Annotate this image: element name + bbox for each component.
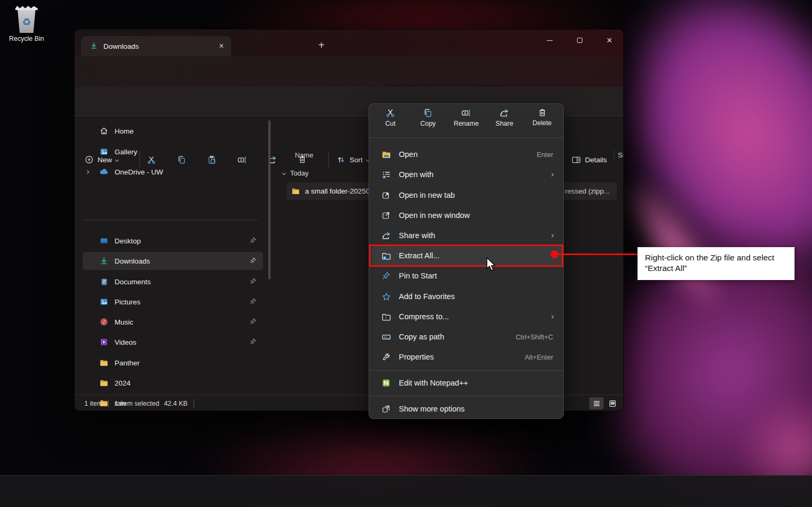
mouse-cursor [486, 257, 497, 272]
submenu-chevron-icon [550, 172, 554, 176]
folder-icon [98, 358, 110, 368]
menu-item-label: Open [399, 150, 417, 159]
menu-item-label: Compress to... [399, 312, 449, 321]
menu-item-copy-as-path[interactable]: Copy as path Ctrl+Shift+C [372, 327, 562, 347]
share-with-icon [380, 231, 392, 241]
file-name: a small folder-20250 [305, 187, 370, 195]
pin-icon [249, 338, 257, 347]
selection-count: 1 item selected [115, 400, 159, 407]
submenu-chevron-icon [550, 314, 554, 318]
svg-text:♪: ♪ [102, 319, 106, 325]
details-view-icon [592, 399, 601, 408]
pin-icon [249, 237, 257, 246]
menu-item-label: Add to Favorites [399, 292, 455, 301]
open-new-window-icon [380, 211, 392, 220]
sidebar-item-music[interactable]: ♪ Music [83, 313, 263, 331]
sidebar-item-documents[interactable]: Documents [83, 273, 263, 291]
thumbnail-view-toggle[interactable] [605, 397, 619, 409]
sidebar-item-pictures[interactable]: Pictures [83, 293, 263, 311]
menu-item-label: Share with [399, 231, 435, 240]
group-label: Today [290, 169, 309, 177]
delete-icon [537, 108, 547, 118]
share-icon [499, 108, 510, 118]
sidebar-label: Gallery [115, 148, 137, 156]
expand-chevron-icon[interactable] [85, 170, 89, 173]
menu-item-open-in-new-tab[interactable]: Open in new tab [372, 185, 562, 205]
annotation-text: Right-click on the Zip file and select “… [645, 253, 774, 273]
desktop-icon [98, 236, 110, 246]
sidebar-label: Music [115, 318, 133, 326]
annotation-highlight-rect [369, 244, 563, 267]
recycle-bin-label: Recycle Bin [5, 35, 48, 42]
copy-as-path-icon [380, 332, 392, 342]
svg-text:A: A [464, 111, 467, 115]
maximize-button[interactable] [567, 30, 592, 51]
menu-item-label: Open in new tab [399, 191, 455, 199]
menu-item-label: Show more options [399, 405, 465, 413]
menu-item-compress-to[interactable]: Compress to... [372, 307, 562, 327]
menu-item-label: Properties [399, 353, 434, 361]
sidebar-label: Home [115, 127, 134, 135]
sidebar-label: 2024 [115, 379, 130, 387]
sidebar-item-downloads[interactable]: Downloads [83, 252, 263, 270]
pin-icon [380, 271, 392, 281]
share-quick-action[interactable]: Share [487, 108, 521, 136]
details-view-toggle[interactable] [589, 397, 604, 409]
selection-size: 42.4 KB [164, 400, 187, 407]
downloads-tab-icon [90, 41, 98, 51]
copy-quick-action[interactable]: Copy [411, 108, 445, 136]
delete-quick-action[interactable]: Delete [525, 108, 559, 136]
menu-item-open[interactable]: Open Enter [372, 144, 562, 164]
explorer-tab-downloads[interactable]: Downloads × [81, 36, 231, 56]
music-icon: ♪ [98, 317, 110, 327]
quick-action-label: Cut [385, 120, 395, 127]
menu-shortcut: Enter [537, 151, 553, 159]
sidebar-label: Videos [115, 338, 136, 346]
menu-item-add-to-favorites[interactable]: Add to Favorites [372, 286, 562, 307]
menu-item-share-with[interactable]: Share with [372, 225, 562, 246]
quick-action-label: Rename [453, 120, 478, 127]
sidebar-item-home[interactable]: Home [83, 122, 263, 140]
annotation-dot [551, 250, 558, 258]
recycle-bin-shortcut[interactable]: ♻ Recycle Bin [5, 3, 48, 42]
open-with-icon [380, 170, 392, 180]
onedrive-icon [98, 167, 110, 177]
close-button[interactable]: × [597, 30, 622, 51]
pin-icon [249, 257, 257, 266]
name-column-header[interactable]: Name [295, 151, 313, 159]
menu-item-open-in-new-window[interactable]: Open in new window [372, 205, 562, 225]
sidebar-item-desktop[interactable]: Desktop [83, 232, 263, 250]
minimize-button[interactable] [537, 30, 562, 51]
sidebar-item-gallery[interactable]: Gallery [83, 143, 263, 161]
sidebar-item-2024[interactable]: 2024 [83, 374, 263, 392]
menu-item-label: Open with [399, 170, 433, 179]
wrench-icon [380, 352, 392, 362]
rename-quick-action[interactable]: A Rename [449, 108, 483, 136]
sidebar-item-videos[interactable]: Videos [83, 333, 263, 351]
menu-item-properties[interactable]: Properties Alt+Enter [372, 347, 562, 367]
home-icon [98, 126, 110, 136]
tab-close-icon[interactable]: × [219, 41, 224, 51]
videos-icon [98, 337, 110, 347]
menu-item-edit-with-notepadpp[interactable]: Edit with Notepad++ [372, 373, 562, 393]
cut-quick-action[interactable]: Cut [373, 108, 407, 136]
menu-item-open-with[interactable]: Open with [372, 164, 562, 185]
size-column-header[interactable]: Si [618, 151, 624, 159]
sidebar-item-onedrive[interactable]: OneDrive - UW [83, 163, 263, 181]
sidebar-scrollbar[interactable] [268, 120, 270, 279]
sidebar-label: Panther [115, 359, 139, 367]
menu-item-pin-to-start[interactable]: Pin to Start [372, 266, 562, 286]
zip-folder-icon [291, 187, 300, 196]
open-folder-icon [380, 150, 392, 160]
annotation-callout: Right-click on the Zip file and select “… [638, 247, 794, 280]
cut-icon [385, 108, 396, 118]
group-header-today[interactable]: Today [283, 169, 309, 177]
sidebar-label: Pictures [115, 298, 141, 306]
new-tab-button[interactable]: + [314, 38, 329, 53]
collapse-chevron-icon [282, 171, 286, 175]
sidebar-item-panther[interactable]: Panther [83, 354, 263, 372]
quick-action-label: Share [495, 120, 513, 127]
taskbar: Search 12:11 PM 8/11/2025 [0, 475, 812, 507]
quick-action-label: Delete [532, 119, 552, 127]
menu-item-show-more-options[interactable]: Show more options [372, 399, 562, 419]
